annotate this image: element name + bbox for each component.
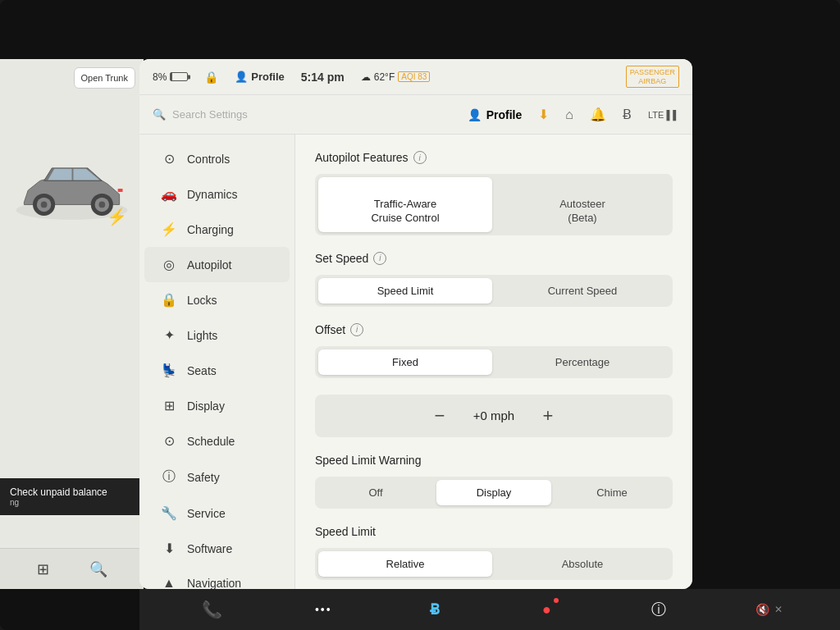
search-icon: 🔍 <box>153 108 166 121</box>
speed-limit-title: Speed Limit <box>315 525 673 538</box>
nav-bar: 🔍 Search Settings 👤 Profile ⬇ ⌂ 🔔 Ƀ LTE … <box>139 95 692 135</box>
software-icon: ⬇ <box>161 541 177 556</box>
set-speed-title: Set Speed i <box>315 252 673 265</box>
charging-indicator: ⚡ <box>107 207 127 226</box>
offset-info-icon[interactable]: i <box>350 323 363 336</box>
speed-stepper: − +0 mph + <box>315 395 673 437</box>
svg-point-3 <box>41 202 48 208</box>
sidebar-item-navigation[interactable]: ▲ Navigation <box>144 566 290 589</box>
equalizer-icon[interactable]: ⊞ <box>37 560 49 578</box>
bluetooth-taskbar-icon[interactable]: Ƀ <box>420 595 450 624</box>
warning-chime-button[interactable]: Chime <box>555 480 669 505</box>
battery-icon <box>170 72 188 81</box>
sidebar-item-locks[interactable]: 🔒 Locks <box>144 282 290 317</box>
speed-decrease-button[interactable]: − <box>427 403 453 429</box>
sidebar-item-display[interactable]: ⊞ Display <box>144 388 290 423</box>
warning-display-button[interactable]: Display <box>436 480 551 505</box>
charging-icon: ⚡ <box>161 221 177 237</box>
battery-indicator: 8% <box>153 71 188 83</box>
settings-panel: Autopilot Features i Traffic-Aware Cruis… <box>295 135 692 589</box>
screen-frame: Open Trunk <box>0 0 840 630</box>
speed-value-display: +0 mph <box>469 409 518 422</box>
lights-icon: ✦ <box>161 327 177 343</box>
check-balance-banner[interactable]: Check unpaid balance ng <box>0 478 144 515</box>
fixed-offset-button[interactable]: Fixed <box>318 349 492 375</box>
sidebar-item-schedule[interactable]: ⊙ Schedule <box>144 423 290 459</box>
percentage-offset-button[interactable]: Percentage <box>495 349 669 375</box>
phone-taskbar-icon[interactable]: 📞 <box>197 595 226 624</box>
sidebar-item-software[interactable]: ⬇ Software <box>144 531 290 566</box>
sidebar: ⊙ Controls 🚗 Dynamics ⚡ Charging ◎ Autop… <box>139 135 295 589</box>
dots-taskbar-icon[interactable]: ••• <box>308 595 338 624</box>
aqi-badge: AQI 83 <box>398 71 430 82</box>
autopilot-icon: ◎ <box>161 257 177 272</box>
profile-icon: 👤 <box>468 108 482 121</box>
offset-options: Fixed Percentage <box>315 346 673 378</box>
sidebar-item-controls[interactable]: ⊙ Controls <box>144 141 290 176</box>
volume-icon: 🔇 <box>756 603 769 616</box>
absolute-speed-button[interactable]: Absolute <box>495 551 669 577</box>
main-content: ⊙ Controls 🚗 Dynamics ⚡ Charging ◎ Autop… <box>139 135 692 589</box>
open-trunk-button[interactable]: Open Trunk <box>74 67 135 89</box>
search-area[interactable]: 🔍 Search Settings <box>153 108 248 121</box>
set-speed-options: Speed Limit Current Speed <box>315 275 673 307</box>
service-icon: 🔧 <box>161 505 177 521</box>
dynamics-icon: 🚗 <box>161 186 177 202</box>
status-bar: 8% 🔒 👤 Profile 5:14 pm ☁ 62°F AQI 83 PAS… <box>139 59 692 95</box>
status-time: 5:14 pm <box>301 71 345 84</box>
left-panel: Open Trunk <box>0 59 144 589</box>
lte-icon: LTE ▌▌ <box>648 110 679 120</box>
speed-limit-warning-options: Off Display Chime <box>315 477 673 509</box>
speed-limit-options: Relative Absolute <box>315 548 673 580</box>
sidebar-item-lights[interactable]: ✦ Lights <box>144 317 290 353</box>
lock-status-icon: 🔒 <box>204 71 218 84</box>
display-icon: ⊞ <box>161 398 177 413</box>
warning-off-button[interactable]: Off <box>318 480 433 505</box>
sidebar-item-seats[interactable]: 💺 Seats <box>144 353 290 388</box>
search-icon[interactable]: 🔍 <box>89 560 107 578</box>
speed-limit-warning-title: Speed Limit Warning <box>315 454 673 467</box>
seats-icon: 💺 <box>161 363 177 378</box>
set-speed-info-icon[interactable]: i <box>373 252 386 265</box>
home-icon[interactable]: ⌂ <box>565 107 573 122</box>
nav-icons: 👤 Profile ⬇ ⌂ 🔔 Ƀ LTE ▌▌ <box>468 107 679 122</box>
relative-speed-button[interactable]: Relative <box>318 551 492 577</box>
offset-title: Offset i <box>315 323 673 336</box>
main-ui: 8% 🔒 👤 Profile 5:14 pm ☁ 62°F AQI 83 PAS… <box>139 59 692 589</box>
sidebar-item-dynamics[interactable]: 🚗 Dynamics <box>144 176 290 212</box>
svg-rect-7 <box>118 189 123 192</box>
navigation-icon: ▲ <box>161 576 177 589</box>
info-taskbar-icon[interactable]: ⓘ <box>644 595 673 624</box>
speed-limit-button[interactable]: Speed Limit <box>318 278 492 304</box>
safety-icon: ⓘ <box>161 468 177 486</box>
autopilot-features-options: Traffic-Aware Cruise Control Autosteer (… <box>315 174 673 235</box>
sidebar-item-charging[interactable]: ⚡ Charging <box>144 212 290 247</box>
autopilot-features-title: Autopilot Features i <box>315 151 673 164</box>
schedule-icon: ⊙ <box>161 433 177 449</box>
download-icon[interactable]: ⬇ <box>538 107 549 122</box>
volume-control[interactable]: 🔇 ✕ <box>756 603 783 616</box>
left-bottom-controls: ⊞ 🔍 <box>0 548 144 589</box>
alert-taskbar-icon[interactable]: ● <box>532 595 562 624</box>
sidebar-item-safety[interactable]: ⓘ Safety <box>144 459 290 495</box>
nav-profile-button[interactable]: 👤 Profile <box>468 108 523 121</box>
current-speed-button[interactable]: Current Speed <box>495 278 669 304</box>
autosteer-button[interactable]: Autosteer (Beta) <box>495 177 669 232</box>
status-weather: ☁ 62°F AQI 83 <box>361 71 431 83</box>
speed-increase-button[interactable]: + <box>535 403 561 429</box>
passenger-airbag-indicator: PASSENGER AIRBAG <box>626 66 679 89</box>
taskbar: 📞 ••• Ƀ ● ⓘ 🔇 ✕ <box>139 589 840 630</box>
svg-point-6 <box>98 202 105 208</box>
status-profile: 👤 Profile <box>235 71 284 83</box>
sidebar-item-autopilot[interactable]: ◎ Autopilot <box>144 247 290 282</box>
sidebar-item-service[interactable]: 🔧 Service <box>144 495 290 531</box>
controls-icon: ⊙ <box>161 151 177 167</box>
car-image <box>8 108 135 272</box>
bell-icon[interactable]: 🔔 <box>590 107 606 122</box>
autopilot-features-info-icon[interactable]: i <box>413 151 427 164</box>
locks-icon: 🔒 <box>161 292 177 308</box>
bluetooth-nav-icon[interactable]: Ƀ <box>623 107 632 122</box>
traffic-aware-cruise-button[interactable]: Traffic-Aware Cruise Control <box>318 177 492 232</box>
